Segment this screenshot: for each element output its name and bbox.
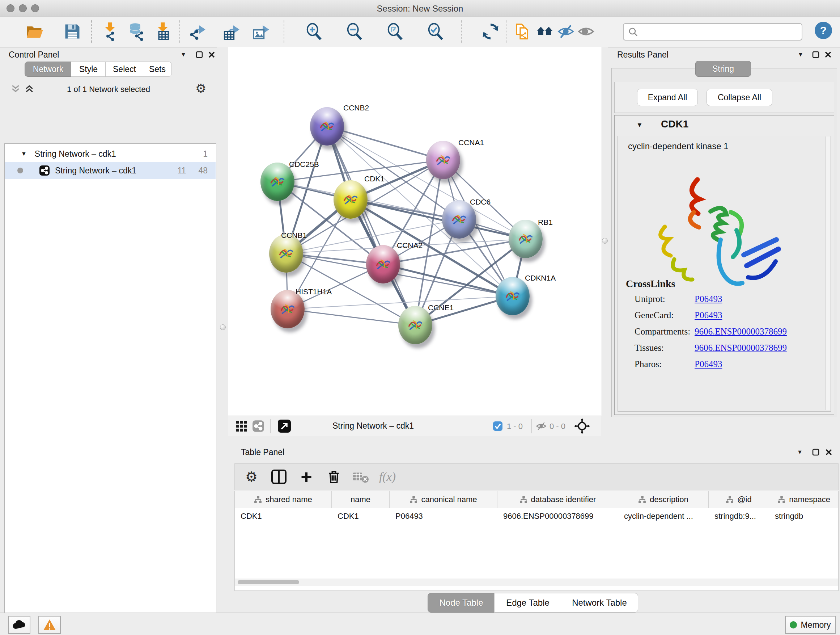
network-node-CCNB1[interactable] [269,234,303,272]
network-node-CCNA1[interactable] [426,141,460,179]
crosslink-value-link[interactable]: 9606.ENSP00000378699 [695,326,787,337]
network-edge[interactable] [351,200,526,239]
tab-style[interactable]: Style [71,62,106,77]
expand-all-button[interactable]: Expand All [637,89,698,106]
column-header-namespace[interactable]: namespace [769,491,838,508]
tab-network[interactable]: Network [25,62,72,77]
panel-menu-caret-icon[interactable]: ▼ [179,50,188,59]
hidden-eye-slash-icon[interactable] [536,421,546,433]
grid-view-icon[interactable] [235,420,248,434]
crosslink-value-link[interactable]: 9606.ENSP00000378699 [695,343,787,353]
search-box[interactable] [623,23,802,41]
zoom-selected-icon[interactable] [426,22,445,41]
tab-network-table[interactable]: Network Table [561,593,638,613]
network-node-CCNB2[interactable] [310,107,344,146]
right-splitter-grip[interactable] [602,238,608,244]
float-panel-icon[interactable] [811,50,821,59]
delete-table-icon[interactable] [351,467,370,486]
tab-select[interactable]: Select [105,62,144,77]
tab-string-results[interactable]: String [695,61,751,77]
network-share-view-icon[interactable] [252,420,264,434]
collapse-all-button[interactable]: Collapse All [706,89,772,106]
first-neighbors-icon[interactable] [536,22,554,41]
crosslink-value-link[interactable]: P06493 [695,359,722,369]
column-header-database-identifier[interactable]: database identifier [497,491,618,508]
table-cell[interactable]: P06493 [390,508,497,524]
table-cell[interactable]: CDK1 [235,508,332,524]
zoom-fit-icon[interactable] [386,22,404,41]
table-cell[interactable]: CDK1 [332,508,390,524]
panel-menu-caret-icon[interactable]: ▼ [795,448,805,457]
table-cell[interactable]: stringdb [769,508,838,524]
panel-menu-caret-icon[interactable]: ▼ [796,50,805,59]
column-header--id[interactable]: @id [709,491,769,508]
table-row[interactable]: CDK1CDK1P064939606.ENSP00000378699cyclin… [235,508,838,524]
collection-expand-caret-icon[interactable]: ▼ [21,150,27,157]
network-node-CCNE1[interactable] [398,306,432,344]
warnings-button[interactable] [38,616,61,634]
column-header-label: name [351,495,370,504]
network-node-RB1[interactable] [508,220,543,258]
selected-checkbox-icon[interactable] [493,421,502,432]
network-collection-row[interactable]: ▼ String Network – cdk1 1 [5,146,216,162]
tab-node-table[interactable]: Node Table [428,593,495,613]
entry-collapse-caret-icon[interactable]: ▼ [636,121,643,129]
hide-selected-icon[interactable] [557,22,575,41]
column-header-canonical-name[interactable]: canonical name [390,491,497,508]
create-column-plus-icon[interactable]: + [297,467,316,488]
tab-edge-table[interactable]: Edge Table [494,593,561,613]
column-header-name[interactable]: name [332,491,390,508]
memory-button[interactable]: Memory [785,616,836,634]
fit-selected-crosshair-icon[interactable] [574,418,590,435]
open-in-new-window-icon[interactable] [278,419,291,434]
import-network-file-icon[interactable] [101,22,119,41]
tab-sets[interactable]: Sets [143,62,172,77]
export-image-icon[interactable] [252,22,271,41]
refresh-view-icon[interactable] [481,22,500,41]
copy-network-icon[interactable] [514,22,531,41]
close-panel-icon[interactable] [824,448,834,457]
network-edge[interactable] [327,126,443,160]
column-header-description[interactable]: description [618,491,709,508]
import-network-database-icon[interactable] [127,22,146,41]
network-node-CDK1[interactable] [333,180,368,219]
column-header-shared-name[interactable]: shared name [235,491,332,508]
network-edge[interactable] [287,309,415,325]
close-panel-icon[interactable] [207,50,216,59]
table-horizontal-scrollbar[interactable] [235,578,838,586]
export-network-icon[interactable] [188,22,207,41]
network-node-CCNA2[interactable] [366,245,400,283]
table-settings-gear-icon[interactable]: ⚙ [242,467,261,486]
zoom-out-icon[interactable] [345,22,364,41]
help-button[interactable]: ? [815,22,832,39]
node-label-CCNB1: CCNB1 [281,231,307,240]
open-session-icon[interactable] [25,22,44,41]
import-table-icon[interactable] [153,22,172,41]
save-session-icon[interactable] [63,22,82,41]
table-cell[interactable]: cyclin-dependent ... [618,508,709,524]
network-edge[interactable] [327,126,415,325]
network-node-CDKN1A[interactable] [496,277,530,315]
scrollbar-thumb[interactable] [238,580,299,584]
cloud-status-button[interactable] [8,616,30,634]
show-all-eye-icon[interactable] [577,22,595,41]
table-splitter[interactable] [228,436,840,445]
table-cell[interactable]: 9606.ENSP00000378699 [497,508,618,524]
network-row[interactable]: String Network – cdk1 11 48 [5,162,216,179]
zoom-in-icon[interactable] [305,22,324,41]
float-panel-icon[interactable] [195,50,204,59]
close-panel-icon[interactable] [823,50,833,59]
function-builder-icon[interactable]: f(x) [378,467,397,486]
float-panel-icon[interactable] [811,448,821,457]
table-cell[interactable]: stringdb:9... [709,508,769,524]
network-options-gear-icon[interactable]: ⚙ [195,81,206,96]
search-input[interactable] [638,25,802,38]
left-splitter-grip[interactable] [220,325,226,330]
crosslink-value-link[interactable]: P06493 [695,294,722,304]
crosslink-value-link[interactable]: P06493 [695,310,722,320]
network-canvas[interactable]: CCNB2CCNA1CDC25BCDK1CDC6RB1CCNB1CCNA2CDK… [228,47,602,416]
export-table-icon[interactable] [222,22,241,41]
results-scrollbar[interactable] [825,136,830,410]
show-columns-icon[interactable] [270,467,288,486]
delete-column-trash-icon[interactable] [325,467,343,486]
